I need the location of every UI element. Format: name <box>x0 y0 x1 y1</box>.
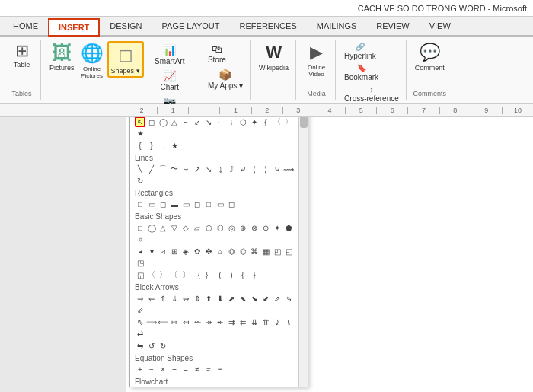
shapes-button[interactable]: ◻ Shapes ▾ <box>107 41 144 78</box>
shape-cursor[interactable]: ↖ <box>135 117 145 127</box>
shape-item[interactable]: ★ <box>135 128 145 139</box>
basic-shape[interactable]: { <box>238 269 248 280</box>
comment-button[interactable]: 💬 Comment <box>413 41 447 73</box>
basic-shape[interactable]: ▱ <box>192 222 203 233</box>
line-shape[interactable]: ⤷ <box>272 164 282 174</box>
eq-shape[interactable]: ≡ <box>215 364 225 374</box>
basic-shape[interactable]: ⌂ <box>215 246 225 257</box>
basic-shape[interactable]: ◂ <box>135 246 145 257</box>
wikipedia-button[interactable]: W Wikipedia <box>257 41 291 73</box>
rect-shape[interactable]: ◻ <box>226 199 237 209</box>
line-shape[interactable]: ↻ <box>135 175 145 186</box>
basic-shape[interactable]: ◈ <box>180 246 191 257</box>
line-shape[interactable]: ⟿ <box>283 164 294 174</box>
shape-item[interactable]: ⌐ <box>180 117 191 127</box>
arrow-shape[interactable]: ⇙ <box>135 304 145 315</box>
rect-shape[interactable]: ▭ <box>215 199 225 209</box>
basic-shape[interactable]: ⬡ <box>215 222 225 233</box>
arrow-shape[interactable]: ↠ <box>203 317 214 327</box>
arrow-shape[interactable]: ⇈ <box>260 317 271 327</box>
shape-item[interactable]: { <box>135 140 145 151</box>
tab-mailings[interactable]: MAILINGS <box>307 17 367 35</box>
arrow-shape[interactable]: ⇔ <box>180 293 191 304</box>
arrow-shape[interactable]: ⟸ <box>158 317 168 327</box>
store-button[interactable]: 🛍 Store <box>206 41 228 65</box>
smartart-button[interactable]: 📊 SmartArt <box>145 43 194 67</box>
basic-shape[interactable]: ✤ <box>203 246 214 257</box>
line-shape[interactable]: ↘ <box>203 164 214 174</box>
shape-item[interactable]: 〔 <box>158 140 168 151</box>
arrow-shape[interactable]: ↺ <box>146 340 157 351</box>
rect-shape[interactable]: ◻ <box>192 199 203 209</box>
basic-shape[interactable]: ◳ <box>135 257 145 268</box>
basic-shape[interactable]: 〈 <box>146 269 157 280</box>
rect-shape[interactable]: ◻ <box>158 199 168 209</box>
shape-item[interactable]: ↓ <box>226 117 237 127</box>
arrow-shape[interactable]: ⬇ <box>215 293 225 304</box>
basic-shape[interactable]: ◇ <box>180 222 191 233</box>
basic-shape[interactable]: ▽ <box>169 222 180 233</box>
arrow-shape[interactable]: ⤹ <box>283 317 294 327</box>
basic-shape[interactable]: 〔 <box>169 269 180 280</box>
line-shape[interactable]: ⟨ <box>249 164 260 174</box>
shape-item[interactable]: △ <box>169 117 180 127</box>
shape-item[interactable]: ← <box>215 117 225 127</box>
basic-shape[interactable]: ⊗ <box>249 222 260 233</box>
tab-design[interactable]: DESIGN <box>100 17 152 35</box>
rect-shape[interactable]: ▭ <box>180 199 191 209</box>
basic-shape[interactable]: ◲ <box>135 269 145 280</box>
basic-shape[interactable]: ▦ <box>260 246 271 257</box>
pictures-button[interactable]: 🖼 Pictures <box>47 41 77 73</box>
basic-shape[interactable]: ｛ <box>192 269 203 280</box>
tab-view[interactable]: VIEW <box>420 17 461 35</box>
arrow-shape[interactable]: ⇗ <box>272 293 282 304</box>
basic-shape[interactable]: 〉 <box>158 269 168 280</box>
basic-shape[interactable]: ( <box>215 269 225 280</box>
arrow-shape[interactable]: ↞ <box>215 317 225 327</box>
eq-shape[interactable]: = <box>180 364 191 374</box>
line-shape[interactable]: ⌒ <box>158 164 168 174</box>
shape-item[interactable]: } <box>146 140 157 151</box>
arrow-shape[interactable]: ⬋ <box>260 293 271 304</box>
basic-shape[interactable]: ⏣ <box>226 246 237 257</box>
rect-shape[interactable]: ▭ <box>146 199 157 209</box>
table-button[interactable]: ⊞ Table <box>8 41 36 70</box>
basic-shape[interactable]: ▿ <box>135 234 145 244</box>
line-shape[interactable]: ╲ <box>135 164 145 174</box>
arrow-shape[interactable]: ⇆ <box>135 340 145 351</box>
line-shape[interactable]: ╱ <box>146 164 157 174</box>
basic-shape[interactable]: ⊕ <box>238 222 248 233</box>
arrow-shape[interactable]: ⬈ <box>226 293 237 304</box>
line-shape[interactable]: ↗ <box>192 164 203 174</box>
basic-shape[interactable]: △ <box>158 222 168 233</box>
eq-shape[interactable]: ≈ <box>203 364 214 374</box>
shape-item[interactable]: ↘ <box>203 117 214 127</box>
basic-shape[interactable]: ◎ <box>226 222 237 233</box>
shape-item[interactable]: ✦ <box>249 117 260 127</box>
shape-item[interactable]: ⬡ <box>238 117 248 127</box>
shapes-panel-scrollbar[interactable] <box>298 117 308 387</box>
basic-shape[interactable]: ◯ <box>146 222 157 233</box>
arrow-shape[interactable]: ⇉ <box>226 317 237 327</box>
basic-shape[interactable]: 〕 <box>180 269 191 280</box>
line-shape[interactable]: ⟩ <box>260 164 271 174</box>
arrow-shape[interactable]: ⇑ <box>158 293 168 304</box>
basic-shape[interactable]: ⌬ <box>238 246 248 257</box>
line-shape[interactable]: ⤵ <box>215 164 225 174</box>
basic-shape[interactable]: ✦ <box>272 222 282 233</box>
basic-shape[interactable]: ⬟ <box>283 222 294 233</box>
basic-shape[interactable]: ✿ <box>192 246 203 257</box>
arrow-shape[interactable]: ↻ <box>158 340 168 351</box>
my-apps-button[interactable]: 📦 My Apps ▾ <box>206 67 245 91</box>
tab-home[interactable]: HOME <box>3 17 48 35</box>
eq-shape[interactable]: − <box>146 364 157 374</box>
shape-item[interactable]: 〉 <box>283 117 294 127</box>
eq-shape[interactable]: ÷ <box>169 364 180 374</box>
arrow-shape[interactable]: ⇖ <box>135 317 145 327</box>
shape-item[interactable]: { <box>260 117 271 127</box>
shape-item[interactable]: ◯ <box>158 117 168 127</box>
arrow-shape[interactable]: ⤸ <box>272 317 282 327</box>
basic-shape[interactable]: ｝ <box>203 269 214 280</box>
arrow-shape[interactable]: ⇄ <box>135 328 145 339</box>
online-video-button[interactable]: ▶ OnlineVideo <box>303 41 330 79</box>
